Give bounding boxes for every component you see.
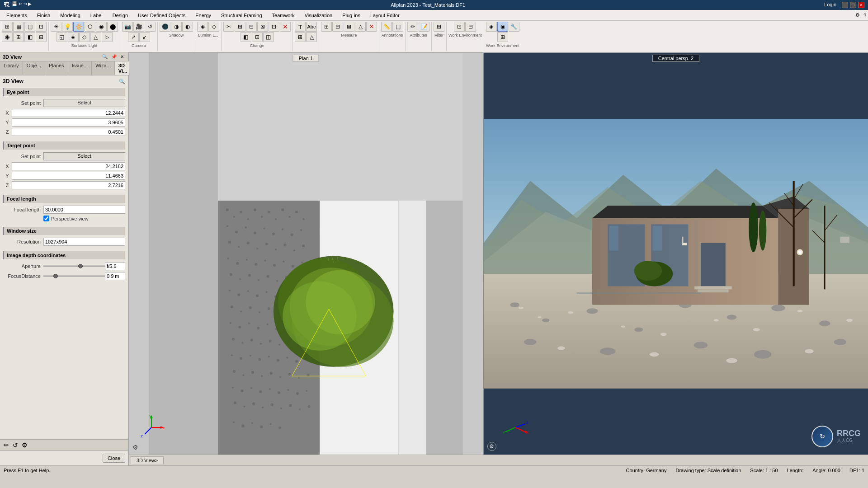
tb-s4[interactable]: △	[90, 32, 101, 42]
menu-finish[interactable]: Finish	[33, 12, 55, 19]
perspective-view-settings[interactable]: ⚙	[487, 442, 496, 451]
tab-issue[interactable]: Issue...	[68, 61, 92, 75]
minimize-button[interactable]: _	[842, 2, 848, 8]
panel-edit-icon[interactable]: ✏	[4, 441, 9, 449]
tb-shad3[interactable]: ◐	[182, 22, 193, 32]
tb-meas2[interactable]: ◫	[392, 22, 403, 32]
panel-close-icon[interactable]: ✕	[119, 54, 125, 60]
tb-nav2[interactable]: ⊞	[13, 32, 24, 42]
menu-modeling[interactable]: Modeling	[56, 12, 85, 19]
tb-attr1[interactable]: ⊞	[434, 22, 444, 32]
tb-ch6[interactable]: ✕	[280, 22, 291, 32]
tb-text1[interactable]: T	[295, 22, 306, 32]
tb-work2[interactable]: ◉	[497, 22, 508, 32]
tb-meas1[interactable]: 📏	[381, 22, 392, 32]
tb-home-btn[interactable]: ⊞	[2, 22, 13, 32]
tb-light-btn[interactable]: 💡	[62, 22, 73, 32]
focus-distance-input[interactable]	[105, 272, 125, 280]
perspective-view-checkbox[interactable]	[43, 216, 49, 221]
tb-shad1[interactable]: 🌑	[160, 22, 170, 32]
perspective-view[interactable]: Central persp. 2	[484, 53, 868, 455]
tb-nav4[interactable]: ⊟	[36, 32, 47, 42]
menu-visualization[interactable]: Visualization	[300, 12, 337, 19]
target-y-input[interactable]	[12, 172, 125, 180]
target-select-button[interactable]: Select	[43, 152, 125, 160]
menu-label[interactable]: Label	[86, 12, 107, 19]
tab-objects[interactable]: Obje...	[23, 61, 45, 75]
tb-obj-btn[interactable]: ⊡	[36, 22, 47, 32]
settings-icon[interactable]: ⚙	[855, 12, 860, 18]
tb-work3[interactable]: 🔧	[509, 22, 519, 32]
tb-ch8[interactable]: ⊡	[252, 32, 263, 42]
tb-hex-btn[interactable]: ⬡	[85, 22, 95, 32]
tab-library[interactable]: Library	[0, 61, 23, 75]
aperture-input[interactable]	[105, 262, 125, 270]
aperture-slider-thumb[interactable]	[78, 264, 83, 268]
menu-design[interactable]: Design	[108, 12, 132, 19]
tb-cam3[interactable]: ↺	[145, 22, 156, 32]
tb-ch7[interactable]: ◧	[241, 32, 251, 42]
menu-structural[interactable]: Structural Framing	[217, 12, 266, 19]
tb-edit5[interactable]: ✕	[366, 22, 377, 32]
tb-bright-btn[interactable]: 🔆	[73, 22, 84, 32]
maximize-button[interactable]: □	[850, 2, 856, 8]
plan-view[interactable]: Plan 1	[129, 53, 484, 455]
menu-elements[interactable]: Elements	[2, 12, 32, 19]
tb-layers-btn[interactable]: ◫	[24, 22, 35, 32]
tab-wizard[interactable]: Wiza...	[92, 61, 115, 75]
eye-y-input[interactable]	[12, 118, 125, 127]
resolution-input[interactable]	[43, 238, 125, 246]
tb-ch4[interactable]: ⊠	[257, 22, 268, 32]
tb-filt2[interactable]: ⊟	[465, 22, 476, 32]
menu-teamwork[interactable]: Teamwork	[268, 12, 299, 19]
tb-edit1[interactable]: ⊞	[321, 22, 332, 32]
tb-dot-btn[interactable]: ⬤	[107, 22, 118, 32]
tb-text3[interactable]: ⊞	[295, 32, 306, 42]
help-icon[interactable]: ?	[863, 13, 866, 18]
tb-circle-btn[interactable]: ◉	[96, 22, 107, 32]
focal-length-input[interactable]	[43, 206, 125, 214]
tb-nav3[interactable]: ◧	[24, 32, 35, 42]
target-z-input[interactable]	[12, 181, 125, 189]
tb-grid-btn[interactable]: ▦	[13, 22, 24, 32]
panel-search-icon[interactable]: 🔍	[101, 54, 109, 60]
tb-s2[interactable]: ◈	[68, 32, 79, 42]
tb-cam5[interactable]: ↙	[139, 32, 150, 42]
panel-search-btn[interactable]: 🔍	[119, 79, 125, 84]
eye-z-input[interactable]	[12, 128, 125, 136]
menu-layout-editor[interactable]: Layout Editor	[366, 12, 404, 19]
tb-sun-btn[interactable]: ☀	[51, 22, 61, 32]
tb-s3[interactable]: ◇	[79, 32, 90, 42]
tb-work1[interactable]: ◈	[486, 22, 497, 32]
tb-edit3[interactable]: ⊠	[344, 22, 354, 32]
menu-energy[interactable]: Energy	[191, 12, 216, 19]
focus-slider-thumb[interactable]	[53, 274, 58, 278]
tb-s5[interactable]: ▷	[102, 32, 113, 42]
tb-text2[interactable]: Abc	[306, 22, 317, 32]
3dview-bottom-tab[interactable]: 3D View>	[131, 456, 164, 464]
menu-user-defined[interactable]: User-Defined Objects	[133, 12, 190, 19]
tb-shad2[interactable]: ◑	[171, 22, 182, 32]
tb-text4[interactable]: △	[306, 32, 317, 42]
target-x-input[interactable]	[12, 162, 125, 170]
close-button[interactable]: ✕	[858, 2, 864, 8]
tb-cam1[interactable]: 📷	[122, 22, 133, 32]
close-button[interactable]: Close	[103, 454, 125, 463]
tb-ch2[interactable]: ⊞	[235, 22, 245, 32]
tb-ch1[interactable]: ✂	[223, 22, 234, 32]
quick-access[interactable]: 💾 ↩ ↪ ▶	[12, 1, 32, 9]
tb-cam2[interactable]: 🎥	[133, 22, 144, 32]
panel-settings-icon[interactable]: ⚙	[22, 441, 28, 449]
panel-pin-icon[interactable]: 📌	[110, 54, 118, 60]
eye-select-button[interactable]: Select	[43, 99, 125, 107]
view-settings-icon[interactable]: ⚙	[132, 444, 138, 451]
tb-nav1[interactable]: ◉	[2, 32, 13, 42]
tb-ann2[interactable]: 📝	[419, 22, 429, 32]
tb-work4[interactable]: ⊞	[497, 32, 508, 42]
menu-plugins[interactable]: Plug-ins	[338, 12, 365, 19]
tb-ann1[interactable]: ✏	[407, 22, 418, 32]
tb-s1[interactable]: ◱	[57, 32, 67, 42]
aperture-slider[interactable]	[43, 262, 105, 270]
tab-planes[interactable]: Planes	[45, 61, 68, 75]
tb-lum1[interactable]: ◈	[197, 22, 208, 32]
